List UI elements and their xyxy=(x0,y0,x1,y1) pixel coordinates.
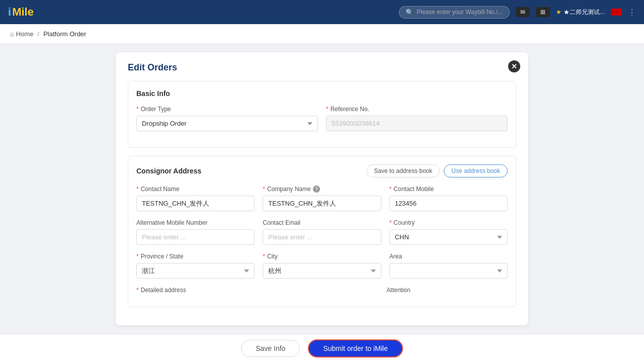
basic-info-title: Basic Info xyxy=(136,89,508,98)
detailed-address-group: * Detailed address xyxy=(136,287,378,297)
required-star: * xyxy=(136,106,139,113)
contact-name-input[interactable] xyxy=(136,196,255,211)
province-group: * Province / State 浙江 xyxy=(136,253,255,279)
logo-mile: Mile xyxy=(12,6,34,19)
consignor-row-4: * Detailed address Attention xyxy=(136,287,508,297)
consignor-title: Consignor Address xyxy=(136,167,201,175)
detailed-address-label: * Detailed address xyxy=(136,287,378,294)
city-select[interactable]: 杭州 xyxy=(263,263,381,279)
flag-icon[interactable] xyxy=(611,9,622,16)
home-icon: ⌂ xyxy=(10,30,14,38)
attention-label: Attention xyxy=(386,287,508,294)
submit-order-button[interactable]: Submit order to iMile xyxy=(308,339,403,357)
contact-email-input[interactable] xyxy=(263,229,381,245)
consignor-row-1: * Contact Name * Company Name ? * xyxy=(136,186,508,211)
province-label: * Province / State xyxy=(136,253,255,260)
save-info-button[interactable]: Save Info xyxy=(241,340,300,357)
footer-actions: Save Info Submit order to iMile xyxy=(0,334,644,362)
alt-mobile-input[interactable] xyxy=(136,229,255,245)
consignor-section: Consignor Address Save to address book U… xyxy=(128,156,516,307)
city-group: * City 杭州 xyxy=(263,253,381,279)
country-label: * Country xyxy=(389,219,508,226)
star-icon: ★ xyxy=(556,9,561,16)
header-right: 🔍 ✉ ⊞ ★ ★二师兄测试... ⋮ xyxy=(399,6,636,19)
order-type-select[interactable]: Dropship Order xyxy=(136,116,318,131)
reference-no-group: * Reference No. xyxy=(326,106,508,131)
search-input[interactable] xyxy=(417,9,503,16)
area-group: Area xyxy=(389,253,508,279)
city-label: * City xyxy=(263,253,381,260)
app-logo: i Mile xyxy=(8,6,34,19)
company-info-icon[interactable]: ? xyxy=(313,186,320,193)
more-icon[interactable]: ⋮ xyxy=(628,8,636,17)
breadcrumb: ⌂ Home / Platform Order xyxy=(0,24,644,44)
contact-email-label: Contact Email xyxy=(263,219,381,226)
alt-mobile-label: Alternative Mobile Number xyxy=(136,219,255,226)
order-type-label: * Order Type xyxy=(136,106,318,113)
contact-mobile-group: * Contact Mobile xyxy=(389,186,508,211)
search-icon: 🔍 xyxy=(406,9,414,16)
contact-name-group: * Contact Name xyxy=(136,186,255,211)
contact-mobile-input[interactable] xyxy=(389,196,508,211)
main-content: Edit Orders ✕ Basic Info * Order Type Dr… xyxy=(0,44,644,362)
contact-name-label: * Contact Name xyxy=(136,186,255,193)
username: ★二师兄测试... xyxy=(564,8,605,17)
breadcrumb-separator: / xyxy=(38,30,40,38)
required-star-ref: * xyxy=(326,106,329,113)
edit-orders-card: Edit Orders ✕ Basic Info * Order Type Dr… xyxy=(116,52,528,325)
breadcrumb-home-label[interactable]: Home xyxy=(16,30,34,38)
modal-title: Edit Orders xyxy=(128,62,516,73)
contact-email-group: Contact Email xyxy=(263,219,381,245)
reference-no-input[interactable] xyxy=(326,116,508,131)
alt-mobile-group: Alternative Mobile Number xyxy=(136,219,255,245)
area-select[interactable] xyxy=(389,263,508,279)
consignor-row-2: Alternative Mobile Number Contact Email … xyxy=(136,219,508,245)
basic-info-row: * Order Type Dropship Order * Reference … xyxy=(136,106,508,131)
country-group: * Country CHN xyxy=(389,219,508,245)
grid-icon[interactable]: ⊞ xyxy=(536,7,550,17)
consignor-row-3: * Province / State 浙江 * City 杭州 xyxy=(136,253,508,279)
consignor-section-header: Consignor Address Save to address book U… xyxy=(136,164,508,177)
messages-icon[interactable]: ✉ xyxy=(516,7,530,17)
company-name-label: * Company Name ? xyxy=(263,186,381,193)
attention-group: Attention xyxy=(386,287,508,297)
breadcrumb-current: Platform Order xyxy=(43,30,86,38)
breadcrumb-home[interactable]: ⌂ Home xyxy=(10,30,34,38)
address-actions: Save to address book Use address book xyxy=(366,164,508,177)
company-name-input[interactable] xyxy=(263,196,381,211)
search-bar[interactable]: 🔍 xyxy=(399,6,510,19)
contact-mobile-label: * Contact Mobile xyxy=(389,186,508,193)
area-label: Area xyxy=(389,253,508,260)
order-type-group: * Order Type Dropship Order xyxy=(136,106,318,131)
save-address-btn[interactable]: Save to address book xyxy=(366,164,440,177)
user-info[interactable]: ★ ★二师兄测试... xyxy=(556,8,605,17)
app-header: i Mile 🔍 ✉ ⊞ ★ ★二师兄测试... ⋮ xyxy=(0,0,644,24)
logo-i: i xyxy=(8,6,11,19)
company-name-group: * Company Name ? xyxy=(263,186,381,211)
reference-no-label: * Reference No. xyxy=(326,106,508,113)
country-select[interactable]: CHN xyxy=(389,229,508,245)
close-button[interactable]: ✕ xyxy=(508,60,520,72)
use-address-btn[interactable]: Use address book xyxy=(444,164,508,177)
province-select[interactable]: 浙江 xyxy=(136,263,255,279)
basic-info-section: Basic Info * Order Type Dropship Order *… xyxy=(128,81,516,148)
